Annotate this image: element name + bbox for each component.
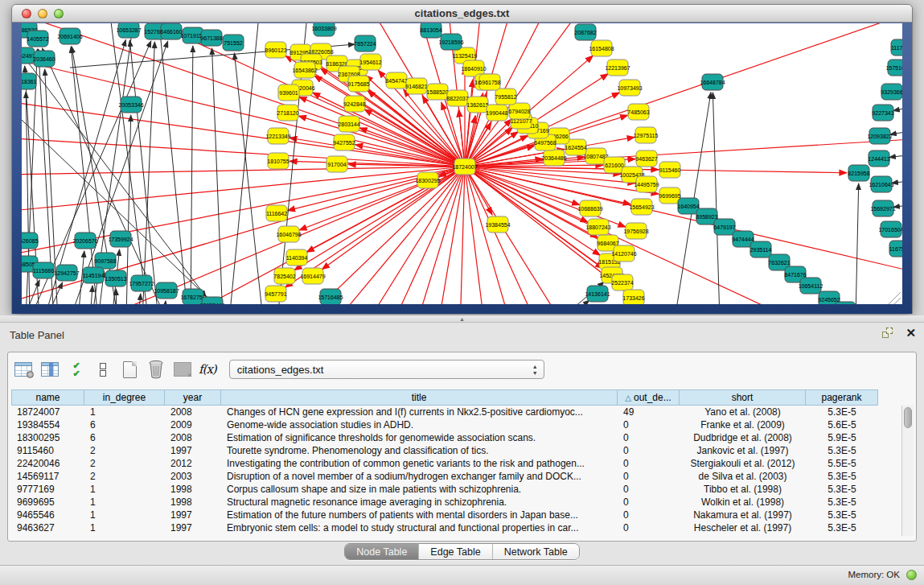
graph-node[interactable]: 6794028: [508, 103, 530, 119]
table-cell[interactable]: 0: [618, 418, 680, 431]
graph-node[interactable]: 9227343: [872, 105, 893, 121]
table-cell[interactable]: Dudbridge et al. (2008): [680, 431, 806, 444]
select-columns-icon[interactable]: ✔✔: [66, 360, 87, 379]
table-cell[interactable]: Wolkin et al. (1998): [680, 496, 806, 509]
table-cell[interactable]: 5.3E-5: [806, 521, 878, 534]
graph-node[interactable]: 17359924: [108, 231, 133, 247]
graph-node[interactable]: 8215958: [848, 165, 869, 181]
table-cell[interactable]: 0: [618, 483, 680, 496]
table-cell[interactable]: de Silva et al. (2003): [680, 470, 806, 483]
graph-node[interactable]: 9115460: [659, 162, 681, 178]
graph-node[interactable]: 1990448: [486, 105, 507, 121]
table-cell[interactable]: 5.3E-5: [806, 509, 878, 521]
column-header-short[interactable]: short: [680, 389, 806, 406]
graph-node[interactable]: 1117234: [891, 39, 902, 56]
graph-node[interactable]: 19218596: [438, 34, 463, 50]
graph-node[interactable]: 9463627: [635, 150, 657, 167]
table-cell[interactable]: 2012: [165, 457, 221, 470]
graph-node[interactable]: 16033809: [311, 23, 336, 36]
table-cell[interactable]: 2008: [165, 406, 221, 418]
table-cell[interactable]: 2: [84, 444, 165, 457]
graph-node[interactable]: 9457791: [265, 286, 286, 302]
graph-node[interactable]: 2036460: [33, 51, 55, 67]
table-cell[interactable]: Hescheler et al. (1997): [680, 521, 806, 534]
graph-node[interactable]: 1405572: [27, 31, 48, 47]
graph-node[interactable]: 16648784: [700, 74, 725, 90]
graph-node[interactable]: 8960123: [265, 42, 286, 58]
graph-node[interactable]: 6961758: [478, 74, 500, 90]
table-cell[interactable]: Nakamura et al. (1997): [680, 509, 806, 521]
graph-node[interactable]: 8822037: [446, 90, 468, 106]
graph-node[interactable]: 12213967: [605, 60, 630, 76]
graph-node[interactable]: 1588520: [426, 84, 448, 100]
table-cell[interactable]: 9465546: [11, 509, 84, 521]
zoom-window-icon[interactable]: [54, 9, 64, 19]
graph-node[interactable]: 15751074: [885, 60, 902, 76]
table-cell[interactable]: 49: [618, 406, 680, 418]
table-cell[interactable]: 5.3E-5: [806, 470, 878, 483]
graph-node[interactable]: 16154808: [589, 40, 614, 56]
graph-node[interactable]: 19756928: [623, 223, 648, 239]
row-toggle-icon[interactable]: [92, 360, 113, 379]
graph-node[interactable]: 1167534: [889, 241, 902, 257]
table-cell[interactable]: 5.5E-5: [806, 457, 878, 470]
graph-node[interactable]: 8813054: [420, 23, 441, 38]
graph-node[interactable]: 1810755: [267, 153, 289, 169]
graph-node[interactable]: 8454743: [385, 72, 407, 89]
table-cell[interactable]: 2009: [165, 418, 221, 431]
table-cell[interactable]: 1997: [165, 444, 221, 457]
graph-node[interactable]: 1115686: [33, 262, 54, 278]
column-header-out_de[interactable]: △out_de...: [618, 389, 680, 406]
graph-node[interactable]: 19384554: [485, 216, 510, 233]
table-cell[interactable]: 2008: [165, 431, 221, 444]
table-cell[interactable]: 9777169: [11, 483, 84, 496]
table-cell[interactable]: 1: [84, 521, 165, 534]
graph-node[interactable]: 10653287: [116, 23, 141, 38]
column-header-title[interactable]: title: [221, 389, 618, 406]
table-cell[interactable]: 14569117: [11, 470, 84, 483]
graph-node[interactable]: 1244413: [868, 150, 889, 167]
column-header-name[interactable]: name: [11, 389, 84, 406]
table-cell[interactable]: 1998: [165, 496, 221, 509]
graph-node[interactable]: 751552: [223, 35, 244, 51]
table-cell[interactable]: Estimation of the future numbers of pati…: [221, 509, 618, 521]
column-header-in_degree[interactable]: in_degree: [84, 389, 165, 406]
table-cell[interactable]: 9463627: [11, 521, 84, 534]
graph-node[interactable]: 2518361: [22, 73, 37, 89]
new-table-icon[interactable]: [119, 360, 140, 379]
table-cell[interactable]: 5.9E-5: [806, 431, 878, 444]
graph-node[interactable]: 9175685: [347, 76, 369, 92]
table-row[interactable]: 969969511998Structural magnetic resonanc…: [11, 496, 878, 509]
table-cell[interactable]: Stergiakouli et al. (2012): [680, 457, 806, 470]
table-cell[interactable]: 19384554: [11, 418, 84, 431]
delete-attribute-icon[interactable]: [146, 360, 166, 379]
graph-node[interactable]: 1116642: [266, 205, 287, 221]
table-cell[interactable]: 0: [618, 431, 680, 444]
graph-node[interactable]: 1350513: [105, 270, 126, 286]
graph-node[interactable]: 12093822: [867, 128, 892, 144]
table-cell[interactable]: 1998: [165, 483, 221, 496]
table-cell[interactable]: Changes of HCN gene expression and I(f) …: [221, 406, 618, 418]
graph-node[interactable]: 7955812: [495, 89, 516, 105]
column-header-pagerank[interactable]: pagerank: [806, 389, 878, 406]
graph-node[interactable]: 2522374: [611, 274, 633, 290]
tab-network-table[interactable]: Network Table: [492, 544, 579, 559]
graph-node[interactable]: 10973493: [617, 80, 642, 96]
table-cell[interactable]: Jankovic et al. (1997): [680, 444, 806, 457]
table-cell[interactable]: 1: [84, 406, 165, 418]
table-cell[interactable]: Tourette syndrome. Phenomenology and cla…: [221, 444, 618, 457]
graph-node[interactable]: 2803144: [338, 116, 359, 132]
table-row[interactable]: 1938455462009Genome-wide association stu…: [11, 418, 878, 431]
table-cell[interactable]: 5.3E-5: [806, 406, 878, 418]
table-cell[interactable]: 9699695: [11, 496, 84, 509]
table-row[interactable]: 977716911998Corpus callosum shape and si…: [11, 483, 878, 496]
graph-node[interactable]: 18724007: [452, 159, 477, 175]
graph-node[interactable]: 6479197: [713, 219, 735, 235]
graph-node[interactable]: 10688639: [577, 200, 602, 216]
table-cell[interactable]: 18724007: [11, 406, 84, 418]
table-cell[interactable]: 1997: [165, 509, 221, 521]
table-cell[interactable]: Embryonic stem cells: a model to study s…: [221, 521, 618, 534]
graph-node[interactable]: 14495759: [634, 176, 659, 192]
graph-node[interactable]: 9329366: [881, 84, 902, 100]
graph-node[interactable]: 20053346: [118, 97, 143, 113]
